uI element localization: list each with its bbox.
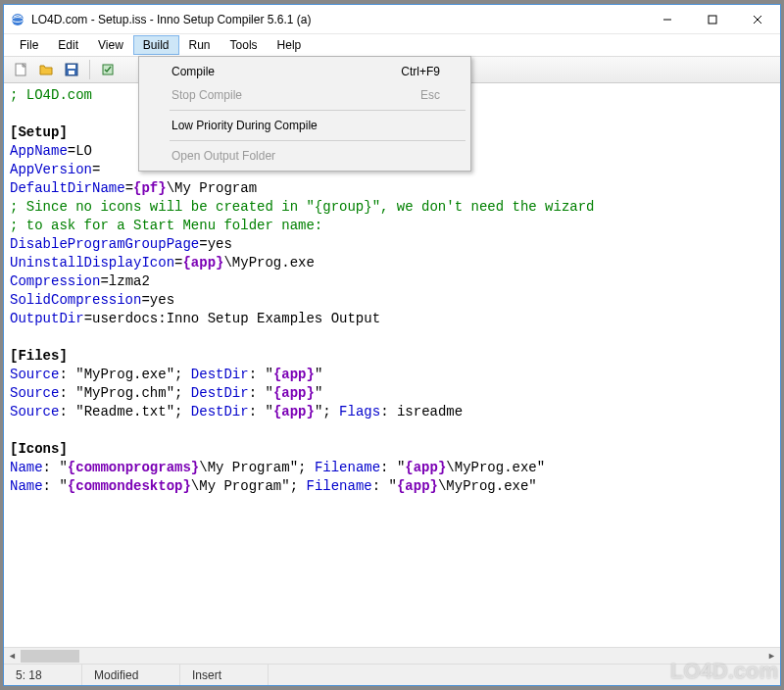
open-file-button[interactable] [35,59,57,80]
menu-help[interactable]: Help [268,35,312,55]
compile-button[interactable] [97,59,119,80]
menu-file[interactable]: File [10,35,48,55]
code-line: [Files] [10,347,774,366]
build-menu-dropdown: CompileCtrl+F9Stop CompileEscLow Priorit… [138,56,471,172]
code-line: UninstallDisplayIcon={app}\MyProg.exe [10,254,774,272]
code-line: DefaultDirName={pf}\My Program [10,179,774,198]
maximize-button[interactable] [690,5,735,33]
svg-rect-8 [68,65,75,69]
menu-build[interactable]: Build [133,35,179,55]
status-modified: Modified [82,665,180,685]
menu-separator [170,110,466,111]
scroll-left-arrow[interactable]: ◄ [4,648,21,665]
status-cursor-pos: 5: 18 [4,665,82,685]
menu-run[interactable]: Run [179,35,220,55]
menu-item-open-output-folder: Open Output Folder [142,144,467,168]
menu-tools[interactable]: Tools [220,35,268,55]
new-file-button[interactable] [10,59,31,80]
statusbar: 5: 18 Modified Insert [4,664,780,685]
menubar: FileEditViewBuildRunToolsHelp [4,34,780,56]
code-line: [Icons] [10,440,774,459]
save-button[interactable] [61,59,82,80]
scroll-thumb[interactable] [21,650,79,663]
code-line: SolidCompression=yes [10,291,774,310]
code-line: Name: "{commondesktop}\My Program"; File… [10,477,774,496]
code-line: DisableProgramGroupPage=yes [10,235,774,254]
titlebar: LO4D.com - Setup.iss - Inno Setup Compil… [4,5,780,34]
close-button[interactable] [735,5,780,33]
menu-item-compile[interactable]: CompileCtrl+F9 [142,60,467,83]
svg-rect-9 [69,71,74,74]
horizontal-scrollbar[interactable]: ◄ ► [4,647,780,664]
menu-separator [170,140,466,141]
code-line: Source: "MyProg.chm"; DestDir: "{app}" [10,384,774,403]
menu-view[interactable]: View [88,35,133,55]
menu-item-stop-compile: Stop CompileEsc [142,83,467,107]
scroll-track[interactable] [21,648,763,665]
code-line [10,421,774,440]
app-window: LO4D.com - Setup.iss - Inno Setup Compil… [3,4,781,686]
code-line: ; Since no icons will be created in "{gr… [10,198,774,217]
svg-rect-3 [709,16,716,24]
menu-item-low-priority-during-compile[interactable]: Low Priority During Compile [142,114,467,137]
code-line: OutputDir=userdocs:Inno Setup Examples O… [10,310,774,328]
menu-edit[interactable]: Edit [48,35,88,55]
toolbar-separator [89,60,90,79]
code-line [10,328,774,347]
app-icon [10,12,25,27]
code-line: Source: "Readme.txt"; DestDir: "{app}"; … [10,403,774,421]
status-insert-mode: Insert [180,665,269,685]
code-line: Compression=lzma2 [10,272,774,291]
code-line: Source: "MyProg.exe"; DestDir: "{app}" [10,366,774,384]
window-title: LO4D.com - Setup.iss - Inno Setup Compil… [31,13,645,26]
scroll-right-arrow[interactable]: ► [763,648,780,665]
code-line: Name: "{commonprograms}\My Program"; Fil… [10,459,774,477]
window-controls [645,5,780,33]
code-line: ; to ask for a Start Menu folder name: [10,217,774,235]
minimize-button[interactable] [645,5,690,33]
